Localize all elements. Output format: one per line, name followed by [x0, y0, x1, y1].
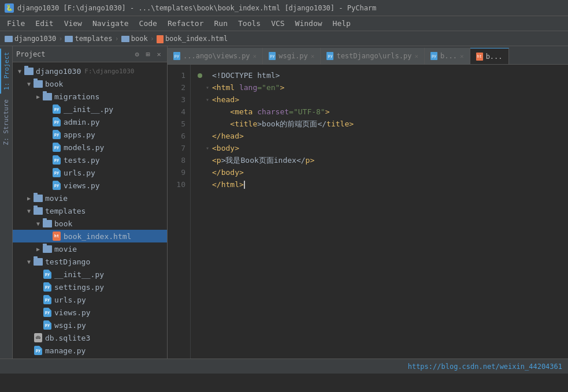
editor-tab-active[interactable]: htb... — [470, 48, 509, 64]
tree-icon-admin: py — [52, 117, 61, 126]
tree-arrow-templates — [24, 208, 34, 214]
code-line-7: ▾<body> — [198, 142, 561, 154]
tab-close-2[interactable]: ✕ — [414, 53, 418, 60]
fold-icon-7[interactable]: ▾ — [204, 145, 211, 152]
sidebar-tab-structure[interactable]: Z: Structure — [1, 96, 12, 148]
tab-close-0[interactable]: ✕ — [253, 53, 257, 60]
panel-btn-expand[interactable]: ⊞ — [143, 50, 153, 59]
tree-item-models[interactable]: pymodels.py — [13, 141, 167, 154]
title-bar: 🐍 django1030 [F:\django1030] - ...\templ… — [0, 0, 568, 16]
token: > — [239, 166, 244, 178]
breadcrumb-file[interactable]: book_index.html — [157, 35, 228, 43]
tree-label-td-settings: settings.py — [54, 283, 104, 292]
menu-item-window[interactable]: Window — [291, 18, 327, 29]
breadcrumb-templates[interactable]: templates — [65, 35, 112, 43]
tree-item-templates[interactable]: templates — [13, 204, 167, 217]
menu-item-tools[interactable]: Tools — [233, 18, 265, 29]
line-num-9: 9 — [168, 166, 190, 178]
project-tree[interactable]: django1030F:\django1030bookmigrationspy_… — [13, 62, 167, 359]
tree-item-manage[interactable]: pymanage.py — [13, 344, 167, 357]
folder-icon-book — [121, 36, 129, 42]
menu-item-code[interactable]: Code — [135, 18, 162, 29]
tree-item-__init__[interactable]: py__init__.py — [13, 103, 167, 115]
editor-tab-3[interactable]: pyb...✕ — [425, 48, 470, 64]
tree-item-urls[interactable]: pyurls.py — [13, 166, 167, 179]
line-num-6: 6 — [168, 130, 190, 142]
menu-item-view[interactable]: View — [60, 18, 87, 29]
tree-item-td-views[interactable]: pyviews.py — [13, 306, 167, 319]
tree-icon-td-views: py — [43, 308, 52, 317]
tree-item-td-init[interactable]: py__init__.py — [13, 268, 167, 281]
breadcrumb-book[interactable]: book — [121, 35, 148, 43]
tree-item-movie-tpl[interactable]: movie — [13, 242, 167, 255]
tab-close-1[interactable]: ✕ — [311, 53, 315, 60]
code-line-10: </html> — [198, 178, 561, 191]
tree-label-urls: urls.py — [64, 169, 95, 177]
tree-label-td-urls: urls.py — [54, 296, 86, 304]
menu-item-help[interactable]: Help — [328, 18, 355, 29]
token: </ — [212, 178, 221, 191]
tab-bar: py...ango\views.py✕pywsgi.py✕pytestDjang… — [168, 46, 568, 65]
line-num-8: 8 — [168, 154, 190, 166]
token: <!DOCTYPE html> — [212, 69, 280, 81]
tree-item-views[interactable]: pyviews.py — [13, 179, 167, 192]
tab-close-3[interactable]: ✕ — [460, 53, 464, 60]
token: >book的前端页面</ — [257, 118, 326, 130]
code-area[interactable]: <!DOCTYPE html>▾<html lang="en">▾<head> … — [191, 65, 568, 359]
token: >我是Book页面index</ — [221, 154, 306, 166]
tree-icon-td-wsgi: py — [43, 320, 52, 330]
code-line-8: <p>我是Book页面index</p> — [198, 154, 561, 166]
token: html — [221, 178, 239, 191]
tree-icon-urls: py — [52, 168, 61, 177]
tree-item-td-settings[interactable]: pysettings.py — [13, 281, 167, 293]
panel-btn-close[interactable]: ✕ — [154, 50, 164, 59]
fold-icon-3[interactable]: ▾ — [204, 96, 211, 103]
left-sidebar-tabs: 1: Project Z: Structure — [0, 46, 13, 359]
tree-item-book[interactable]: book — [13, 77, 167, 90]
breadcrumb-label-project: django1030 — [14, 35, 56, 43]
sidebar-tab-project[interactable]: 1: Project — [0, 48, 12, 94]
token: > — [239, 178, 244, 191]
token: charset — [253, 106, 289, 118]
editor-tab-1[interactable]: pywsgi.py✕ — [263, 48, 321, 64]
menu-item-edit[interactable]: Edit — [31, 18, 58, 29]
tree-item-book_index[interactable]: htbook_index.html — [13, 230, 167, 242]
menu-item-vcs[interactable]: VCS — [266, 18, 289, 29]
menu-item-file[interactable]: File — [2, 18, 29, 29]
tree-item-apps[interactable]: pyapps.py — [13, 128, 167, 141]
editor-tab-2[interactable]: pytestDjango\urls.py✕ — [321, 48, 425, 64]
tree-item-db[interactable]: dbdb.sqlite3 — [13, 331, 167, 344]
tree-item-movie[interactable]: movie — [13, 192, 167, 204]
panel-btn-settings[interactable]: ⚙ — [132, 50, 142, 59]
menu-item-run[interactable]: Run — [210, 18, 232, 29]
tree-item-book-tpl[interactable]: book — [13, 217, 167, 230]
breadcrumb-label-file: book_index.html — [165, 35, 228, 43]
code-line-3: ▾<head> — [198, 94, 561, 106]
token: title — [235, 118, 257, 130]
token: body — [217, 142, 235, 154]
tree-item-admin[interactable]: pyadmin.py — [13, 115, 167, 128]
menu-item-refactor[interactable]: Refactor — [163, 18, 209, 29]
tree-label-views: views.py — [64, 181, 100, 190]
line-num-2: 2 — [168, 81, 190, 94]
status-bar: https://blog.csdn.net/weixin_44204361 — [0, 359, 568, 374]
tree-item-tests[interactable]: pytests.py — [13, 154, 167, 166]
tree-label-db: db.sqlite3 — [45, 334, 90, 342]
tree-icon-models: py — [52, 143, 61, 152]
breadcrumb-project[interactable]: django1030 — [5, 35, 56, 43]
tree-item-django1030[interactable]: django1030F:\django1030 — [13, 65, 167, 77]
tree-item-migrations[interactable]: migrations — [13, 90, 167, 103]
menu-item-navigate[interactable]: Navigate — [88, 18, 133, 29]
tree-label-book: book — [45, 80, 63, 88]
tab-label-active: b... — [486, 53, 503, 61]
token: p — [306, 154, 310, 166]
tree-arrow-book — [24, 81, 34, 87]
tree-item-td-urls[interactable]: pyurls.py — [13, 293, 167, 306]
tree-item-td-wsgi[interactable]: pywsgi.py — [13, 319, 167, 331]
tree-item-testDjango[interactable]: testDjango — [13, 255, 167, 268]
fold-icon-2[interactable]: ▾ — [204, 84, 211, 91]
token: meta — [235, 106, 253, 118]
editor-tab-0[interactable]: py...ango\views.py✕ — [168, 48, 263, 64]
status-right: https://blog.csdn.net/weixin_44204361 — [408, 363, 562, 371]
code-line-2: ▾<html lang="en"> — [198, 81, 561, 94]
